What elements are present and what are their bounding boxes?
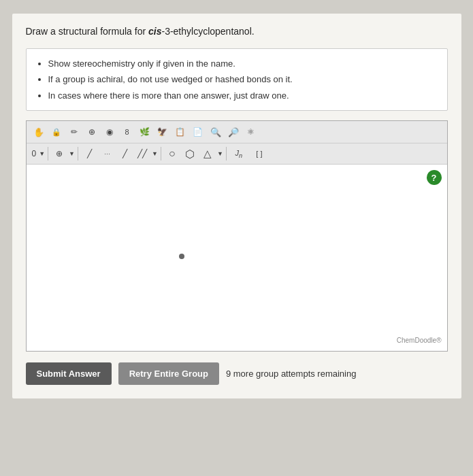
help-badge[interactable]: ? — [427, 170, 442, 185]
zoomin-tool[interactable]: 🔍 — [208, 124, 224, 140]
instruction-item-3: In cases where there is more than one an… — [48, 88, 438, 103]
instruction-item-2: If a group is achiral, do not use wedged… — [48, 71, 438, 87]
single-bond-tool[interactable]: ╱ — [81, 146, 97, 162]
retry-group-button[interactable]: Retry Entire Group — [118, 362, 219, 385]
bracket-tool[interactable]: [ ] — [250, 146, 269, 162]
instructions-box: Show stereochemistry only if given in th… — [26, 48, 448, 111]
globe-tool[interactable]: ⊕ — [84, 124, 100, 140]
submit-answer-button[interactable]: Submit Answer — [26, 362, 112, 385]
sub-tool[interactable]: Jn — [229, 146, 248, 162]
pencil-tool[interactable]: ✏ — [66, 124, 82, 140]
instruction-item-1: Show stereochemistry only if given in th… — [48, 56, 438, 71]
hand-tool[interactable] — [31, 124, 47, 140]
zoomout-tool[interactable]: 🔎 — [225, 124, 242, 140]
atom-tool[interactable]: 🦅 — [154, 124, 171, 140]
wedge-bond-tool[interactable]: ╱ — [116, 146, 133, 162]
hex-tool[interactable]: ⬡ — [182, 146, 198, 162]
circle-tool[interactable]: ○ — [164, 146, 180, 162]
lock-tool[interactable] — [48, 124, 65, 140]
attempts-remaining: 9 more group attempts remaining — [226, 369, 356, 379]
question-title: Draw a structural formula for cis-3-ethy… — [26, 24, 448, 39]
plus-tool[interactable]: ⊕ — [51, 146, 67, 162]
actions-row: Submit Answer Retry Entire Group 9 more … — [26, 362, 448, 385]
drawing-canvas[interactable]: ? ChemDoodle® — [27, 165, 447, 348]
double-bond-tool[interactable]: ╱╱ — [134, 146, 150, 162]
special-tool[interactable]: ⚛ — [243, 124, 259, 140]
toolbar-row2: 0 ▼ ⊕ ▼ ╱ · · · ╱ ╱╱ ▼ ○ ⬡ △ ▼ Jn [ ] — [27, 143, 447, 165]
paste-tool[interactable]: 📋 — [172, 124, 189, 140]
dot-marker — [179, 254, 184, 259]
eraser-tool[interactable]: 🌿 — [137, 124, 153, 140]
toolbar-row1: ✏ ⊕ ◉ 8 🌿 🦅 📋 📄 🔍 🔎 ⚛ — [27, 121, 447, 143]
chain-tool[interactable]: 8 — [119, 124, 135, 140]
main-container: Draw a structural formula for cis-3-ethy… — [12, 14, 461, 398]
chemdoodle-editor: ✏ ⊕ ◉ 8 🌿 🦅 📋 📄 🔍 🔎 ⚛ 0 ▼ ⊕ ▼ ╱ · · · ╱ … — [26, 120, 448, 352]
bond-tool[interactable]: ◉ — [101, 124, 118, 140]
copy-tool[interactable]: 📄 — [190, 124, 206, 140]
number-label: 0 — [31, 149, 38, 158]
chemdoodle-watermark: ChemDoodle® — [397, 337, 442, 344]
dashed-bond-tool[interactable]: · · · — [99, 146, 115, 162]
shapes-tool[interactable]: △ — [199, 146, 216, 162]
